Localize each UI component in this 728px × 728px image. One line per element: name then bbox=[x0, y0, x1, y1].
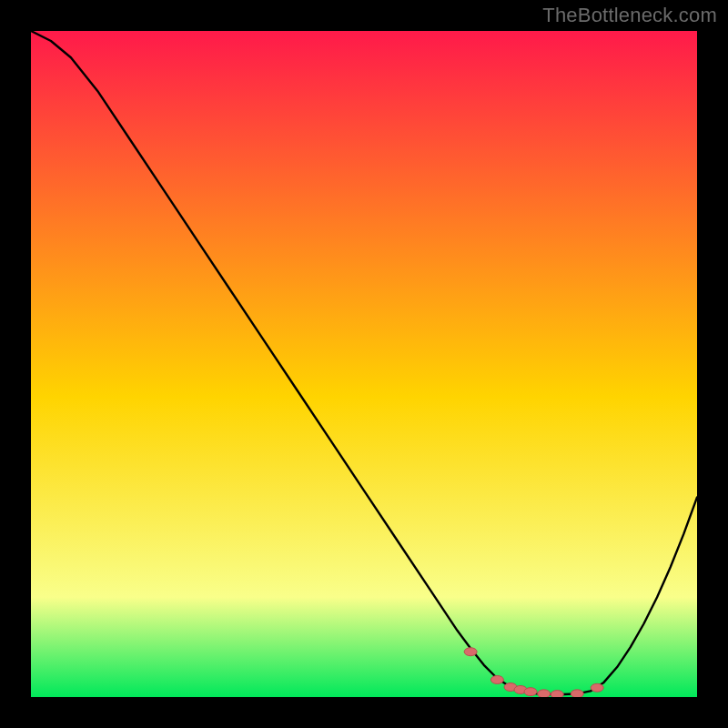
optimal-marker bbox=[551, 691, 563, 697]
heatmap-background bbox=[31, 31, 697, 697]
watermark-text: TheBottleneck.com bbox=[542, 4, 717, 27]
optimal-marker bbox=[591, 683, 603, 692]
chart-frame: TheBottleneck.com bbox=[0, 0, 728, 728]
optimal-marker bbox=[524, 688, 537, 696]
optimal-marker bbox=[538, 690, 551, 697]
optimal-marker bbox=[571, 690, 583, 697]
optimal-marker bbox=[464, 648, 477, 656]
optimal-marker bbox=[490, 675, 503, 683]
bottleneck-chart bbox=[31, 31, 697, 697]
